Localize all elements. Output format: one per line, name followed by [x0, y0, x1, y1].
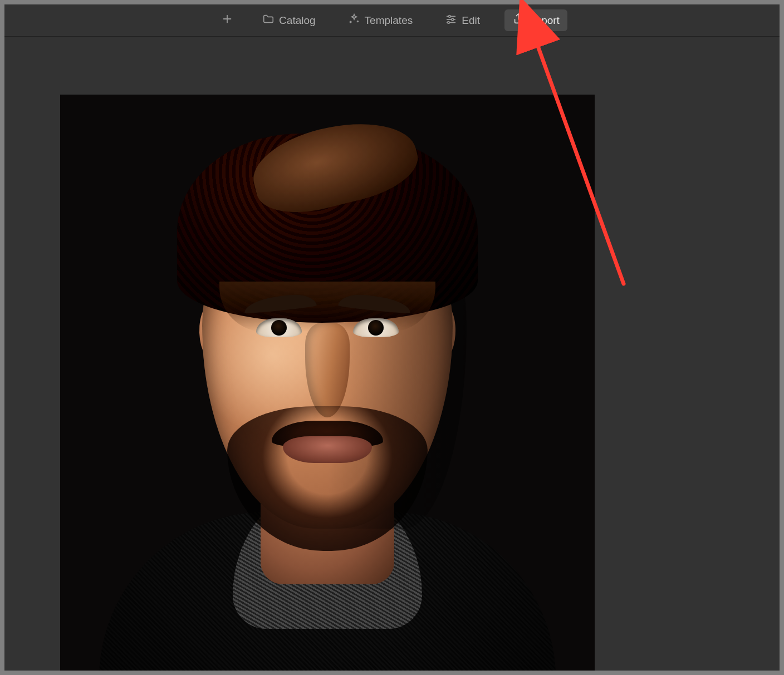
edit-button[interactable]: Edit — [437, 9, 488, 31]
templates-label: Templates — [365, 14, 413, 27]
templates-button[interactable]: Templates — [340, 9, 421, 31]
plus-icon — [221, 13, 233, 28]
export-label: Export — [529, 14, 560, 27]
catalog-button[interactable]: Catalog — [254, 9, 324, 31]
main-toolbar: Catalog Templates Edit — [4, 4, 780, 37]
catalog-label: Catalog — [279, 14, 316, 27]
svg-point-7 — [452, 18, 454, 21]
photo-preview[interactable] — [60, 95, 595, 671]
svg-point-3 — [357, 21, 358, 22]
export-icon — [512, 13, 525, 28]
export-button[interactable]: Export — [504, 9, 567, 31]
portrait-image — [60, 95, 595, 671]
sparkle-icon — [348, 13, 360, 28]
add-button[interactable] — [217, 9, 238, 31]
folder-icon — [262, 13, 275, 28]
canvas-area[interactable] — [4, 37, 780, 671]
svg-point-9 — [448, 22, 450, 24]
sliders-icon — [445, 13, 457, 28]
edit-label: Edit — [462, 14, 480, 27]
app-window: Catalog Templates Edit — [4, 4, 780, 671]
svg-point-2 — [350, 21, 351, 22]
svg-point-5 — [449, 16, 451, 18]
